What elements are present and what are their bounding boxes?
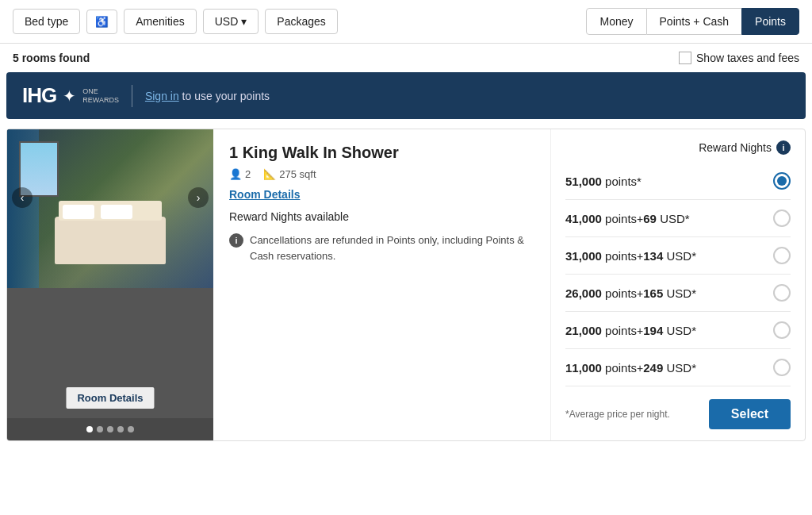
ihg-banner: IHG ✦ ONE REWARDS Sign in to use your po…	[6, 72, 806, 119]
dot-3	[107, 426, 113, 432]
ihg-logo: IHG ✦ ONE REWARDS	[22, 83, 119, 108]
rewards-text: REWARDS	[82, 96, 119, 105]
radio-4[interactable]	[773, 284, 791, 302]
price-text-4: 26,000 points+165 USD*	[565, 286, 696, 300]
sqft-value: 275 sqft	[279, 168, 316, 180]
sqft-icon: 📐	[263, 168, 276, 180]
radio-2[interactable]	[773, 209, 791, 227]
prev-arrow-icon: ‹	[21, 191, 25, 204]
cancellation-note: i Cancellations are refunded in Points o…	[229, 233, 534, 263]
points-button[interactable]: Points	[741, 8, 799, 35]
taxes-checkbox[interactable]	[679, 52, 691, 64]
money-button[interactable]: Money	[586, 8, 646, 35]
guests-meta: 👤 2	[229, 168, 251, 180]
room-title: 1 King Walk In Shower	[229, 144, 534, 162]
pillow2-decoration	[101, 205, 132, 219]
dot-1	[86, 426, 93, 432]
price-option-1[interactable]: 51,000 points*	[565, 163, 791, 200]
accessibility-button[interactable]: ♿	[86, 10, 117, 34]
results-count: 5 rooms found	[13, 52, 90, 64]
price-text-1: 51,000 points*	[565, 175, 642, 188]
dot-4	[117, 426, 124, 432]
room-card: ‹ › Room Details 1 King Walk In Shower 👤…	[6, 129, 806, 441]
dot-2	[97, 426, 103, 432]
room-pricing: Reward Nights i 51,000 points* 41,000 po…	[551, 129, 805, 440]
price-text-6: 11,000 points+249 USD*	[565, 361, 696, 375]
sqft-meta: 📐 275 sqft	[263, 168, 316, 180]
reward-nights-info-icon: i	[776, 140, 791, 155]
taxes-label[interactable]: Show taxes and fees	[679, 52, 799, 64]
bed-type-button[interactable]: Bed type	[13, 9, 80, 34]
prev-image-button[interactable]: ‹	[12, 187, 33, 208]
ihg-vertical-divider	[132, 85, 132, 107]
radio-1[interactable]	[773, 172, 791, 190]
results-row: 5 rooms found Show taxes and fees	[0, 44, 812, 72]
amenities-button[interactable]: Amenities	[124, 9, 196, 34]
guests-count: 2	[245, 168, 251, 180]
room-image-container: ‹ › Room Details	[7, 129, 213, 440]
payment-modes: Money Points + Cash Points	[586, 8, 799, 35]
guests-icon: 👤	[229, 168, 242, 180]
pillow1-decoration	[63, 205, 94, 219]
cancellation-info-icon: i	[229, 233, 243, 248]
price-option-2[interactable]: 41,000 points+69 USD*	[565, 200, 791, 237]
price-option-5[interactable]: 21,000 points+194 USD*	[565, 312, 791, 349]
radio-3[interactable]	[773, 247, 791, 264]
room-details-overlay[interactable]: Room Details	[66, 387, 154, 409]
currency-button[interactable]: USD ▾	[203, 9, 259, 34]
ihg-logo-text: IHG	[22, 83, 56, 108]
radio-inner-1	[777, 176, 787, 186]
ihg-banner-text: Sign in to use your points	[145, 90, 270, 102]
dot-5	[128, 426, 134, 432]
ihg-rewards-label: ONE REWARDS	[82, 87, 119, 105]
avg-price-note: *Average price per night.	[565, 409, 670, 420]
chevron-down-icon: ▾	[241, 15, 247, 28]
next-image-button[interactable]: ›	[188, 187, 209, 208]
pricing-header: Reward Nights i	[565, 140, 791, 155]
bed-decoration	[55, 217, 166, 264]
price-option-3[interactable]: 31,000 points+134 USD*	[565, 237, 791, 275]
price-option-6[interactable]: 11,000 points+249 USD*	[565, 349, 791, 386]
radio-5[interactable]	[773, 321, 791, 339]
price-option-4[interactable]: 26,000 points+165 USD*	[565, 275, 791, 312]
pricing-footer: *Average price per night. Select	[565, 394, 791, 429]
packages-button[interactable]: Packages	[265, 9, 337, 34]
room-image: ‹ ›	[7, 129, 213, 288]
cancellation-text: Cancellations are refunded in Points onl…	[250, 233, 534, 263]
ihg-divider-small: ✦	[63, 86, 76, 106]
select-button[interactable]: Select	[709, 399, 791, 429]
banner-suffix: to use your points	[179, 90, 270, 102]
currency-label: USD	[215, 15, 239, 28]
radio-6[interactable]	[773, 359, 791, 376]
price-text-3: 31,000 points+134 USD*	[565, 249, 696, 263]
price-text-2: 41,000 points+69 USD*	[565, 212, 690, 225]
one-text: ONE	[82, 87, 119, 96]
signin-link[interactable]: Sign in	[145, 90, 179, 102]
next-arrow-icon: ›	[197, 191, 201, 204]
price-text-5: 21,000 points+194 USD*	[565, 324, 696, 337]
room-details-link[interactable]: Room Details	[229, 188, 534, 201]
reward-nights-label: Reward Nights	[699, 141, 772, 154]
accessibility-icon: ♿	[95, 16, 109, 28]
filter-left: Bed type ♿ Amenities USD ▾ Packages	[13, 9, 338, 34]
reward-nights-available: Reward Nights available	[229, 210, 534, 223]
taxes-text: Show taxes and fees	[696, 52, 799, 64]
room-info: 1 King Walk In Shower 👤 2 📐 275 sqft Roo…	[213, 129, 551, 440]
room-meta: 👤 2 📐 275 sqft	[229, 168, 534, 180]
points-cash-button[interactable]: Points + Cash	[647, 8, 742, 35]
filter-bar: Bed type ♿ Amenities USD ▾ Packages Mone…	[0, 0, 812, 44]
image-dots	[7, 418, 213, 440]
